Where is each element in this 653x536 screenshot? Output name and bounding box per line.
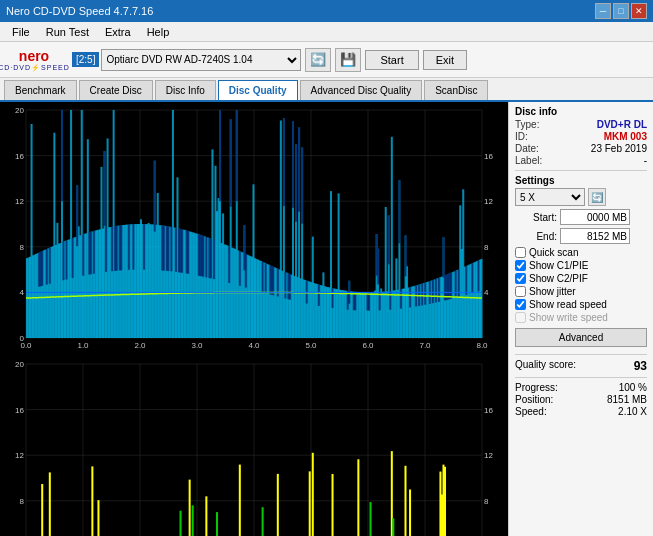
start-row: Start:: [515, 209, 647, 225]
tab-create-disc[interactable]: Create Disc: [79, 80, 153, 100]
tab-benchmark[interactable]: Benchmark: [4, 80, 77, 100]
tab-disc-info[interactable]: Disc Info: [155, 80, 216, 100]
end-row: End:: [515, 228, 647, 244]
drive-badge: [2:5]: [72, 52, 99, 67]
refresh-button[interactable]: 🔄: [305, 48, 331, 72]
disc-id-label: ID:: [515, 131, 528, 142]
show-write-speed-label: Show write speed: [529, 312, 608, 323]
speed-row: 5 X 🔄: [515, 188, 647, 206]
charts-area: [0, 102, 508, 536]
show-c1-label: Show C1/PIE: [529, 260, 588, 271]
menu-extra[interactable]: Extra: [97, 24, 139, 40]
app-title: Nero CD-DVD Speed 4.7.7.16: [6, 5, 595, 17]
disc-info-title: Disc info: [515, 106, 647, 117]
menubar: File Run Test Extra Help: [0, 22, 653, 42]
disc-date-label: Date:: [515, 143, 539, 154]
show-c2-checkbox[interactable]: [515, 273, 526, 284]
close-button[interactable]: ✕: [631, 3, 647, 19]
show-jitter-label: Show jitter: [529, 286, 576, 297]
speed-row-progress: Speed: 2.10 X: [515, 406, 647, 417]
settings-title: Settings: [515, 175, 647, 186]
tab-advanced-disc-quality[interactable]: Advanced Disc Quality: [300, 80, 423, 100]
minimize-button[interactable]: ─: [595, 3, 611, 19]
menu-run-test[interactable]: Run Test: [38, 24, 97, 40]
divider-1: [515, 170, 647, 171]
pif-chart: [0, 356, 508, 536]
start-label: Start:: [515, 212, 557, 223]
save-button[interactable]: 💾: [335, 48, 361, 72]
drive-selector: [2:5] Optiarc DVD RW AD-7240S 1.04: [72, 49, 301, 71]
quality-score-label: Quality score:: [515, 359, 576, 373]
progress-value: 100 %: [619, 382, 647, 393]
quick-scan-row: Quick scan: [515, 247, 647, 258]
drive-dropdown[interactable]: Optiarc DVD RW AD-7240S 1.04: [101, 49, 301, 71]
show-write-speed-checkbox[interactable]: [515, 312, 526, 323]
progress-row: Progress: 100 %: [515, 382, 647, 393]
progress-label: Progress:: [515, 382, 558, 393]
divider-3: [515, 377, 647, 378]
position-value: 8151 MB: [607, 394, 647, 405]
disc-type-value: DVD+R DL: [597, 119, 647, 130]
exit-button[interactable]: Exit: [423, 50, 467, 70]
show-jitter-row: Show jitter: [515, 286, 647, 297]
nero-logo-sub: CD·DVD⚡SPEED: [0, 64, 70, 72]
show-c2-label: Show C2/PIF: [529, 273, 588, 284]
maximize-button[interactable]: □: [613, 3, 629, 19]
show-write-speed-row: Show write speed: [515, 312, 647, 323]
tab-disc-quality[interactable]: Disc Quality: [218, 80, 298, 100]
advanced-button[interactable]: Advanced: [515, 328, 647, 347]
titlebar: Nero CD-DVD Speed 4.7.7.16 ─ □ ✕: [0, 0, 653, 22]
disc-id-row: ID: MKM 003: [515, 131, 647, 142]
quick-scan-checkbox[interactable]: [515, 247, 526, 258]
position-row: Position: 8151 MB: [515, 394, 647, 405]
quality-score-value: 93: [634, 359, 647, 373]
show-c2-row: Show C2/PIF: [515, 273, 647, 284]
show-read-speed-label: Show read speed: [529, 299, 607, 310]
menu-file[interactable]: File: [4, 24, 38, 40]
quick-scan-label: Quick scan: [529, 247, 578, 258]
show-read-speed-row: Show read speed: [515, 299, 647, 310]
menu-help[interactable]: Help: [139, 24, 178, 40]
show-jitter-checkbox[interactable]: [515, 286, 526, 297]
window-controls: ─ □ ✕: [595, 3, 647, 19]
show-c1-checkbox[interactable]: [515, 260, 526, 271]
disc-label-label: Label:: [515, 155, 542, 166]
speed-label: Speed:: [515, 406, 547, 417]
position-label: Position:: [515, 394, 553, 405]
disc-label-row: Label: -: [515, 155, 647, 166]
disc-id-value: MKM 003: [604, 131, 647, 142]
end-label: End:: [515, 231, 557, 242]
speed-select[interactable]: 5 X: [515, 188, 585, 206]
start-button[interactable]: Start: [365, 50, 418, 70]
toolbar: nero CD·DVD⚡SPEED [2:5] Optiarc DVD RW A…: [0, 42, 653, 78]
main-content: PI Errors Average: 2.60 Maximum: 19 Tota…: [0, 102, 653, 536]
start-input[interactable]: [560, 209, 630, 225]
settings-refresh-icon[interactable]: 🔄: [588, 188, 606, 206]
sidebar: Disc info Type: DVD+R DL ID: MKM 003 Dat…: [508, 102, 653, 536]
nero-logo: nero CD·DVD⚡SPEED: [4, 46, 64, 74]
pie-chart: [0, 102, 508, 356]
show-read-speed-checkbox[interactable]: [515, 299, 526, 310]
end-input[interactable]: [560, 228, 630, 244]
nero-logo-text: nero: [19, 48, 49, 64]
show-c1-row: Show C1/PIE: [515, 260, 647, 271]
tab-scan-disc[interactable]: ScanDisc: [424, 80, 488, 100]
tab-bar: Benchmark Create Disc Disc Info Disc Qua…: [0, 78, 653, 102]
disc-type-label: Type:: [515, 119, 539, 130]
speed-value: 2.10 X: [618, 406, 647, 417]
divider-2: [515, 354, 647, 355]
disc-date-row: Date: 23 Feb 2019: [515, 143, 647, 154]
disc-type-row: Type: DVD+R DL: [515, 119, 647, 130]
quality-score-row: Quality score: 93: [515, 359, 647, 373]
disc-date-value: 23 Feb 2019: [591, 143, 647, 154]
disc-label-value: -: [644, 155, 647, 166]
